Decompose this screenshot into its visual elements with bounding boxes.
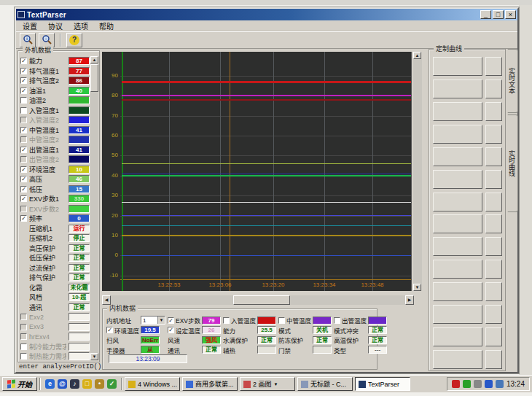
minimize-button[interactable]: _	[480, 10, 491, 19]
checkbox[interactable]	[20, 314, 27, 320]
folder-app-icon[interactable]: □	[82, 379, 92, 389]
curve-slot-field[interactable]	[433, 102, 482, 121]
media-icon[interactable]: ♪	[70, 379, 79, 389]
indoor-address-select[interactable]: 1▼	[141, 316, 165, 325]
curve-slot-button[interactable]	[485, 305, 502, 324]
checkbox[interactable]	[223, 317, 230, 324]
sidebar-scrollbar[interactable]: ▲ ▼	[90, 56, 98, 360]
checkbox[interactable]	[20, 215, 27, 222]
scroll-down-icon[interactable]: ▼	[413, 284, 421, 291]
task-button[interactable]: 4 Windows ...▼	[125, 377, 180, 391]
menu-item-1[interactable]: 设置	[23, 20, 37, 31]
ie-icon[interactable]: e	[45, 379, 55, 389]
curve-slot-button[interactable]	[485, 102, 502, 121]
antivirus-icon[interactable]	[463, 380, 471, 388]
scroll-down-icon[interactable]: ▼	[90, 353, 98, 360]
scrollbar-thumb[interactable]	[233, 295, 290, 305]
curve-slot-field[interactable]	[433, 237, 482, 256]
zoom-out-button[interactable]: −	[39, 33, 55, 47]
checkbox[interactable]	[106, 327, 113, 333]
curve-slot-button[interactable]	[485, 237, 502, 256]
curve-slot-field[interactable]	[433, 79, 482, 98]
curve-slot-field[interactable]	[433, 147, 482, 166]
checkbox[interactable]	[20, 136, 27, 143]
device-icon[interactable]	[474, 380, 482, 388]
mail-icon[interactable]: @	[58, 379, 67, 389]
checkbox[interactable]	[168, 317, 174, 324]
chart-vertical-scrollbar[interactable]: ▲ ▼	[413, 52, 422, 291]
printer-icon[interactable]	[496, 380, 504, 388]
close-button[interactable]: ×	[505, 10, 516, 19]
tab-realtime-text[interactable]: 实时文本	[507, 49, 518, 113]
alarm-icon[interactable]	[452, 380, 460, 388]
curve-slot-button[interactable]	[485, 125, 502, 144]
curve-slot-button[interactable]	[485, 170, 502, 189]
titlebar[interactable]: TextParser _□×	[16, 9, 517, 20]
scroll-right-icon[interactable]: ▶	[405, 295, 414, 305]
curve-slot-field[interactable]	[433, 214, 482, 233]
checkbox[interactable]	[20, 333, 27, 340]
curve-slot-button[interactable]	[485, 327, 502, 346]
zoom-in-button[interactable]: +	[20, 33, 36, 47]
checkbox[interactable]	[20, 166, 27, 173]
curve-slot-button[interactable]	[485, 282, 502, 301]
curve-slot-field[interactable]	[433, 260, 482, 279]
start-button[interactable]: 开始	[2, 377, 37, 391]
checkbox[interactable]	[20, 107, 27, 114]
task-button[interactable]: 2 画图▼	[240, 377, 295, 391]
task-button[interactable]: 商用多联第...	[182, 377, 238, 391]
checkbox[interactable]	[20, 206, 27, 212]
checkbox[interactable]	[20, 147, 27, 153]
curve-slot-field[interactable]	[433, 125, 482, 144]
checkbox[interactable]	[20, 97, 27, 104]
help-button[interactable]: ?	[66, 33, 82, 47]
checkbox[interactable]	[20, 343, 27, 350]
tab-realtime-curve[interactable]: 实时曲线	[507, 114, 518, 212]
checkbox[interactable]	[20, 68, 27, 74]
checkbox[interactable]	[20, 156, 27, 163]
maximize-button[interactable]: □	[493, 10, 504, 19]
curve-slot-field[interactable]	[433, 57, 482, 76]
checkbox[interactable]	[334, 317, 340, 324]
checkbox[interactable]	[20, 195, 27, 202]
chart-horizontal-scrollbar[interactable]: ◀ ▶	[102, 295, 414, 305]
scrollbar-thumb[interactable]	[90, 64, 98, 92]
curve-slot-button[interactable]	[485, 214, 502, 233]
checkbox[interactable]	[20, 117, 27, 123]
checkbox[interactable]	[20, 77, 27, 84]
checkbox[interactable]	[20, 353, 27, 360]
curve-slot-button[interactable]	[485, 79, 502, 98]
task-button[interactable]: TextParser	[355, 377, 410, 391]
curve-slot-field[interactable]	[433, 170, 482, 189]
menu-item-2[interactable]: 协议	[48, 20, 63, 31]
task-button[interactable]: 无标题 - C...	[297, 377, 353, 391]
sync-folder-icon[interactable]: ✓	[107, 379, 117, 389]
checkbox[interactable]	[168, 327, 174, 333]
menu-item-3[interactable]: 选项	[74, 20, 88, 31]
curve-slot-button[interactable]	[485, 260, 502, 279]
checkbox[interactable]	[20, 58, 27, 64]
checkbox[interactable]	[20, 186, 27, 193]
checkbox[interactable]	[20, 127, 27, 133]
curve-slot-button[interactable]	[485, 193, 502, 211]
checkbox[interactable]	[278, 317, 285, 324]
scroll-up-icon[interactable]: ▲	[90, 56, 98, 63]
key-icon[interactable]: •	[95, 379, 104, 389]
curve-slot-field[interactable]	[433, 305, 482, 324]
curve-slot-field[interactable]	[433, 350, 482, 369]
messenger-icon[interactable]	[485, 380, 493, 388]
scroll-left-icon[interactable]: ◀	[102, 295, 111, 305]
curve-slot-button[interactable]	[485, 57, 502, 76]
scrollbar-track[interactable]	[111, 295, 405, 305]
curve-slot-field[interactable]	[433, 327, 482, 346]
curve-slot-field[interactable]	[433, 282, 482, 301]
curve-slot-button[interactable]	[485, 147, 502, 166]
menu-item-4[interactable]: 帮助	[99, 20, 114, 31]
curve-slot-button[interactable]	[485, 350, 502, 369]
chart-plot[interactable]: 13:22:5313:23:0613:23:2013:23:3413:23:48	[120, 52, 412, 291]
curve-slot-field[interactable]	[433, 193, 482, 211]
scroll-up-icon[interactable]: ▲	[413, 52, 421, 59]
checkbox[interactable]	[20, 176, 27, 182]
checkbox[interactable]	[20, 324, 27, 330]
checkbox[interactable]	[20, 88, 27, 94]
